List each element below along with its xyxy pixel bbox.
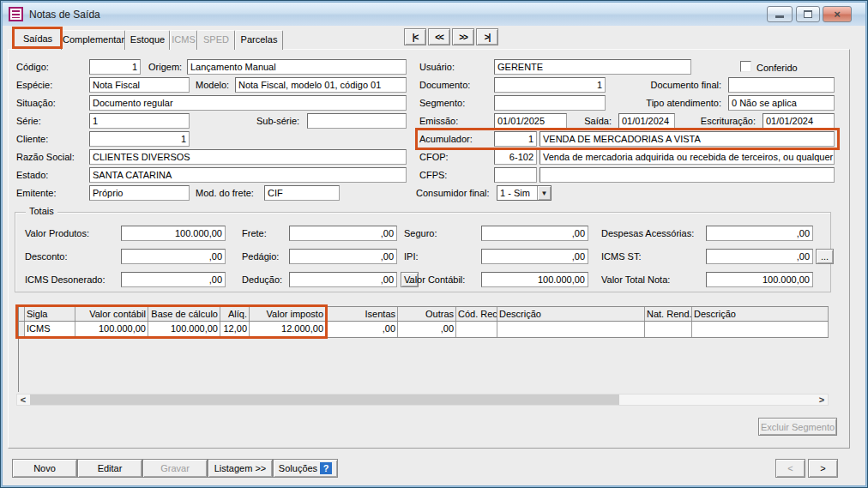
grid-header-aliq[interactable]: Alíq. [220, 307, 250, 321]
icms-desonerado-field[interactable]: ,00 [121, 272, 226, 287]
pedagio-field[interactable]: ,00 [289, 249, 397, 264]
serie-field[interactable]: 1 [89, 113, 190, 129]
scroll-right-icon[interactable]: > [816, 395, 828, 405]
grid-header-valor-contabil[interactable]: Valor contábil [75, 307, 148, 321]
grid-cell-descricao[interactable] [497, 322, 645, 337]
grid-header-nat-rend[interactable]: Nat. Rend. [645, 307, 692, 321]
acumulador-label: Acumulador: [419, 133, 473, 146]
situacao-field[interactable]: Documento regular [89, 95, 407, 111]
cfps-code-field[interactable] [494, 167, 537, 183]
grid-cell-nat-rend[interactable] [645, 322, 692, 337]
tab-saidas[interactable]: Saídas [14, 27, 62, 50]
deducao-field[interactable]: ,00 [289, 272, 397, 287]
situacao-label: Situação: [16, 97, 56, 110]
editar-button[interactable]: Editar [77, 459, 142, 478]
desconto-field[interactable]: ,00 [121, 249, 226, 264]
acumulador-code-field[interactable]: 1 [494, 131, 537, 147]
razao-social-field[interactable]: CLIENTES DIVERSOS [89, 149, 407, 165]
grid-cell-sigla[interactable]: ICMS [25, 322, 75, 337]
mod-frete-field[interactable]: CIF [264, 185, 340, 201]
cfps-descricao-field[interactable] [539, 167, 835, 183]
maximize-button[interactable] [796, 6, 820, 22]
grid-cell-isentas[interactable]: ,00 [326, 322, 398, 337]
subserie-field[interactable] [307, 113, 407, 129]
codigo-label: Código: [16, 61, 49, 74]
excluir-segmento-button: Excluir Segmento [758, 418, 837, 436]
grid-cell-outras[interactable]: ,00 [398, 322, 456, 337]
icms-st-field[interactable]: ,00 [706, 249, 813, 264]
tab-estoque[interactable]: Estoque [125, 30, 170, 50]
grid-cell-base-calculo[interactable]: 100.000,00 [148, 322, 220, 337]
maximize-icon [804, 10, 812, 18]
grid-cell-valor-imposto[interactable]: 12.000,00 [250, 322, 326, 337]
escrituracao-label: Escrituração: [653, 115, 756, 128]
grid-cell-cod-rec[interactable] [456, 322, 497, 337]
seguro-label: Seguro: [404, 227, 437, 240]
impostos-grid: Sigla Valor contábil Base de cálculo Alí… [18, 306, 829, 392]
horizontal-scrollbar[interactable]: < > [16, 394, 829, 406]
scrollbar-thumb[interactable] [30, 395, 619, 405]
grid-header-isentas[interactable]: Isentas [326, 307, 398, 321]
nav-next-button[interactable]: >> [452, 28, 474, 45]
valor-produtos-field[interactable]: 100.000,00 [121, 226, 226, 241]
emitente-label: Emitente: [16, 187, 56, 200]
icms-st-ellipsis-button[interactable]: ... [816, 249, 834, 264]
cfop-code-field[interactable]: 6-102 [494, 149, 537, 165]
frete-field[interactable]: ,00 [289, 226, 397, 241]
consumidor-final-dropdown[interactable]: 1 - Sim ▼ [497, 185, 552, 201]
segmento-field[interactable] [494, 95, 606, 111]
acumulador-descricao-field[interactable]: VENDA DE MERCADORIAS A VISTA [539, 131, 835, 147]
grid-cell-aliq[interactable]: 12,00 [220, 322, 250, 337]
cliente-field[interactable]: 1 [89, 131, 190, 147]
valor-contabil-field[interactable]: 100.000,00 [481, 272, 588, 287]
grid-header-sigla[interactable]: Sigla [25, 307, 75, 321]
grid-gutter [19, 307, 25, 321]
tab-parcelas[interactable]: Parcelas [235, 30, 283, 50]
cfop-descricao-field[interactable]: Venda de mercadoria adquirida ou recebid… [539, 149, 835, 165]
grid-header-outras[interactable]: Outras [398, 307, 456, 321]
cfps-label: CFPS: [419, 169, 447, 182]
especie-field[interactable]: Nota Fiscal [89, 77, 190, 93]
escrituracao-field[interactable]: 01/01/2024 [763, 113, 835, 129]
grid-header-descricao-2[interactable]: Descrição [692, 307, 829, 321]
tipo-atendimento-field[interactable]: 0 Não se aplica [728, 95, 835, 111]
minimize-button[interactable] [767, 6, 793, 22]
tab-sped: SPED [197, 30, 235, 50]
desconto-label: Desconto: [25, 250, 68, 263]
grid-cell-descricao-2[interactable] [692, 322, 829, 337]
minimize-icon [775, 15, 784, 18]
grid-header-valor-imposto[interactable]: Valor imposto [250, 307, 326, 321]
conferido-checkbox[interactable] [740, 61, 751, 72]
solucoes-button[interactable]: Soluções ? [273, 459, 338, 478]
emitente-field[interactable]: Próprio [89, 185, 190, 201]
listagem-button[interactable]: Listagem >> [208, 459, 273, 478]
despesas-acessorias-field[interactable]: ,00 [706, 226, 813, 241]
cliente-label: Cliente: [16, 133, 48, 146]
novo-button[interactable]: Novo [12, 459, 77, 478]
tab-complementar[interactable]: Complementar [62, 30, 125, 50]
codigo-field[interactable]: 1 [89, 59, 141, 75]
document-icon [9, 7, 23, 21]
estado-field[interactable]: SANTA CATARINA [89, 167, 407, 183]
help-icon: ? [320, 462, 332, 474]
modelo-field[interactable]: Nota Fiscal, modelo 01, código 01 [235, 77, 407, 93]
grid-header-descricao[interactable]: Descrição [497, 307, 645, 321]
documento-field[interactable]: 1 [494, 77, 606, 93]
grid-cell-valor-contabil[interactable]: 100.000,00 [75, 322, 148, 337]
grid-data-row[interactable]: ICMS 100.000,00 100.000,00 12,00 12.000,… [19, 322, 829, 338]
nav-first-button[interactable]: |< [404, 28, 426, 45]
pager-next-button[interactable]: > [808, 459, 838, 478]
emissao-label: Emissão: [419, 115, 458, 128]
nav-prev-button[interactable]: << [428, 28, 450, 45]
valor-total-nota-field[interactable]: 100.000,00 [706, 272, 813, 287]
nav-last-button[interactable]: >| [476, 28, 498, 45]
usuario-field[interactable]: GERENTE [494, 59, 691, 75]
origem-field[interactable]: Lançamento Manual [187, 59, 407, 75]
seguro-field[interactable]: ,00 [481, 226, 588, 241]
grid-header-base-calculo[interactable]: Base de cálculo [148, 307, 220, 321]
scroll-left-icon[interactable]: < [17, 395, 29, 405]
close-button[interactable]: × [823, 6, 852, 22]
documento-final-field[interactable] [728, 77, 835, 93]
ipi-field[interactable]: ,00 [481, 249, 588, 264]
grid-header-cod-rec[interactable]: Cód. Rec. [456, 307, 497, 321]
